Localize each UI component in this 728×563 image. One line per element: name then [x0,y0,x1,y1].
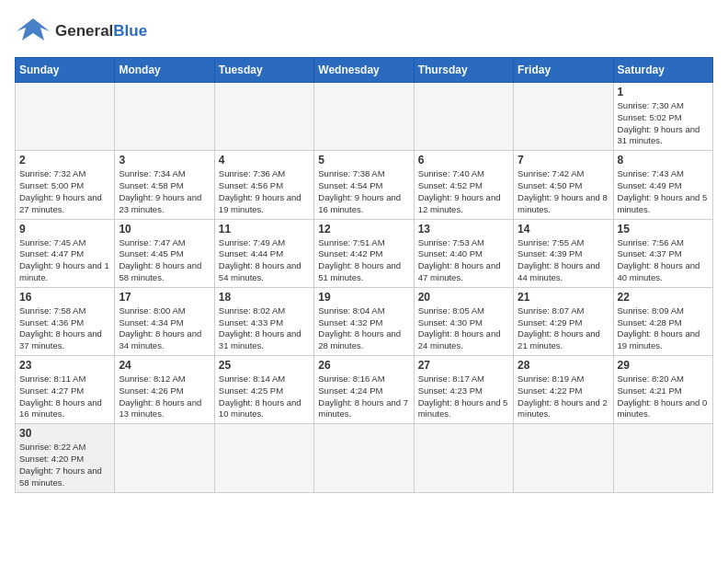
day-info: Sunrise: 7:30 AM Sunset: 5:02 PM Dayligh… [618,100,709,147]
calendar-cell: 9Sunrise: 7:45 AM Sunset: 4:47 PM Daylig… [16,219,115,287]
day-info: Sunrise: 7:34 AM Sunset: 4:58 PM Dayligh… [119,168,210,215]
day-number: 7 [518,154,609,167]
day-number: 8 [618,154,709,167]
day-info: Sunrise: 8:00 AM Sunset: 4:34 PM Dayligh… [119,305,210,352]
day-number: 26 [318,359,409,372]
day-number: 27 [418,359,509,372]
day-number: 1 [618,86,709,98]
day-info: Sunrise: 8:12 AM Sunset: 4:26 PM Dayligh… [119,373,210,420]
day-info: Sunrise: 7:43 AM Sunset: 4:49 PM Dayligh… [618,168,709,215]
calendar-cell: 1Sunrise: 7:30 AM Sunset: 5:02 PM Daylig… [613,83,712,151]
day-info: Sunrise: 7:56 AM Sunset: 4:37 PM Dayligh… [618,237,709,284]
day-info: Sunrise: 8:09 AM Sunset: 4:28 PM Dayligh… [618,305,709,352]
col-header-monday: Monday [115,58,214,83]
calendar-cell: 23Sunrise: 8:11 AM Sunset: 4:27 PM Dayli… [16,356,115,424]
calendar-cell [314,83,414,151]
calendar-cell: 28Sunrise: 8:19 AM Sunset: 4:22 PM Dayli… [514,356,613,424]
col-header-tuesday: Tuesday [214,58,313,83]
day-info: Sunrise: 7:38 AM Sunset: 4:54 PM Dayligh… [318,168,409,215]
svg-marker-0 [17,18,50,40]
logo-icon [15,15,51,48]
calendar-cell: 12Sunrise: 7:51 AM Sunset: 4:42 PM Dayli… [314,219,414,287]
calendar-cell [414,83,513,151]
calendar-cell: 22Sunrise: 8:09 AM Sunset: 4:28 PM Dayli… [613,287,712,355]
calendar-cell: 25Sunrise: 8:14 AM Sunset: 4:25 PM Dayli… [214,356,313,424]
day-number: 22 [618,291,709,304]
day-number: 13 [418,223,509,236]
calendar-cell: 10Sunrise: 7:47 AM Sunset: 4:45 PM Dayli… [115,219,214,287]
logo: GeneralBlue [15,15,147,48]
day-number: 11 [219,223,310,236]
day-info: Sunrise: 8:19 AM Sunset: 4:22 PM Dayligh… [518,373,609,420]
calendar-week-row: 16Sunrise: 7:58 AM Sunset: 4:36 PM Dayli… [16,287,713,355]
day-number: 20 [418,291,509,304]
day-info: Sunrise: 7:49 AM Sunset: 4:44 PM Dayligh… [219,237,310,284]
day-info: Sunrise: 8:07 AM Sunset: 4:29 PM Dayligh… [518,305,609,352]
day-number: 15 [618,223,709,236]
calendar-cell: 11Sunrise: 7:49 AM Sunset: 4:44 PM Dayli… [214,219,313,287]
calendar-cell [514,83,613,151]
day-number: 10 [119,223,210,236]
calendar-cell [115,83,214,151]
day-number: 12 [318,223,409,236]
day-number: 18 [219,291,310,304]
calendar-cell: 3Sunrise: 7:34 AM Sunset: 4:58 PM Daylig… [115,151,214,219]
day-info: Sunrise: 8:14 AM Sunset: 4:25 PM Dayligh… [219,373,310,420]
day-info: Sunrise: 8:05 AM Sunset: 4:30 PM Dayligh… [418,305,509,352]
calendar-cell: 5Sunrise: 7:38 AM Sunset: 4:54 PM Daylig… [314,151,414,219]
calendar-cell: 4Sunrise: 7:36 AM Sunset: 4:56 PM Daylig… [214,151,313,219]
calendar-cell [115,424,214,492]
day-number: 25 [219,359,310,372]
calendar-cell: 24Sunrise: 8:12 AM Sunset: 4:26 PM Dayli… [115,356,214,424]
calendar: SundayMondayTuesdayWednesdayThursdayFrid… [15,57,713,493]
day-info: Sunrise: 7:58 AM Sunset: 4:36 PM Dayligh… [19,305,110,352]
day-info: Sunrise: 7:47 AM Sunset: 4:45 PM Dayligh… [119,237,210,284]
calendar-cell: 7Sunrise: 7:42 AM Sunset: 4:50 PM Daylig… [514,151,613,219]
calendar-week-row: 1Sunrise: 7:30 AM Sunset: 5:02 PM Daylig… [16,83,713,151]
day-number: 30 [19,427,110,440]
calendar-week-row: 30Sunrise: 8:22 AM Sunset: 4:20 PM Dayli… [16,424,713,492]
day-info: Sunrise: 7:40 AM Sunset: 4:52 PM Dayligh… [418,168,509,215]
calendar-cell: 6Sunrise: 7:40 AM Sunset: 4:52 PM Daylig… [414,151,513,219]
col-header-thursday: Thursday [414,58,513,83]
day-info: Sunrise: 8:02 AM Sunset: 4:33 PM Dayligh… [219,305,310,352]
calendar-cell: 8Sunrise: 7:43 AM Sunset: 4:49 PM Daylig… [613,151,712,219]
calendar-cell: 15Sunrise: 7:56 AM Sunset: 4:37 PM Dayli… [613,219,712,287]
day-number: 24 [119,359,210,372]
day-number: 2 [19,154,110,167]
calendar-cell [214,424,313,492]
day-number: 16 [19,291,110,304]
calendar-cell: 29Sunrise: 8:20 AM Sunset: 4:21 PM Dayli… [613,356,712,424]
day-info: Sunrise: 8:17 AM Sunset: 4:23 PM Dayligh… [418,373,509,420]
day-info: Sunrise: 7:55 AM Sunset: 4:39 PM Dayligh… [518,237,609,284]
col-header-sunday: Sunday [16,58,115,83]
calendar-cell: 16Sunrise: 7:58 AM Sunset: 4:36 PM Dayli… [16,287,115,355]
calendar-cell [613,424,712,492]
day-info: Sunrise: 8:16 AM Sunset: 4:24 PM Dayligh… [318,373,409,420]
calendar-cell: 2Sunrise: 7:32 AM Sunset: 5:00 PM Daylig… [16,151,115,219]
calendar-cell: 18Sunrise: 8:02 AM Sunset: 4:33 PM Dayli… [214,287,313,355]
col-header-saturday: Saturday [613,58,712,83]
day-info: Sunrise: 7:45 AM Sunset: 4:47 PM Dayligh… [19,237,110,284]
calendar-cell: 13Sunrise: 7:53 AM Sunset: 4:40 PM Dayli… [414,219,513,287]
day-number: 28 [518,359,609,372]
calendar-cell: 30Sunrise: 8:22 AM Sunset: 4:20 PM Dayli… [16,424,115,492]
day-number: 5 [318,154,409,167]
calendar-cell [414,424,513,492]
day-number: 9 [19,223,110,236]
day-number: 6 [418,154,509,167]
day-number: 4 [219,154,310,167]
day-info: Sunrise: 7:42 AM Sunset: 4:50 PM Dayligh… [518,168,609,215]
day-info: Sunrise: 8:22 AM Sunset: 4:20 PM Dayligh… [19,442,110,488]
col-header-friday: Friday [514,58,613,83]
calendar-week-row: 23Sunrise: 8:11 AM Sunset: 4:27 PM Dayli… [16,356,713,424]
calendar-cell: 27Sunrise: 8:17 AM Sunset: 4:23 PM Dayli… [414,356,513,424]
calendar-cell [514,424,613,492]
calendar-cell: 20Sunrise: 8:05 AM Sunset: 4:30 PM Dayli… [414,287,513,355]
day-info: Sunrise: 8:11 AM Sunset: 4:27 PM Dayligh… [19,373,110,420]
day-info: Sunrise: 7:32 AM Sunset: 5:00 PM Dayligh… [19,168,110,215]
day-info: Sunrise: 7:36 AM Sunset: 4:56 PM Dayligh… [219,168,310,215]
calendar-cell: 19Sunrise: 8:04 AM Sunset: 4:32 PM Dayli… [314,287,414,355]
calendar-header-row: SundayMondayTuesdayWednesdayThursdayFrid… [16,58,713,83]
day-info: Sunrise: 8:04 AM Sunset: 4:32 PM Dayligh… [318,305,409,352]
